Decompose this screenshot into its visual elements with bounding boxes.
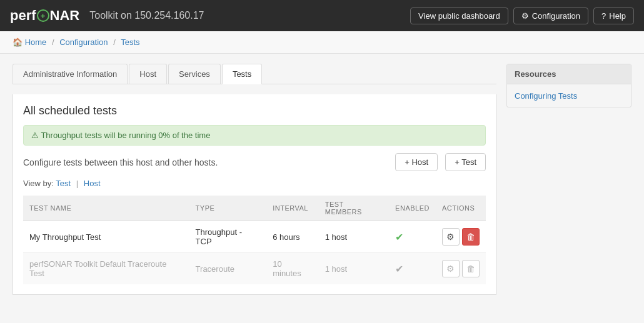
col-members: TEST MEMBERS — [319, 196, 389, 221]
panel-title: All scheduled tests — [23, 104, 486, 117]
row2-name: perfSONAR Toolkit Default Traceroute Tes… — [23, 253, 189, 285]
table-header-row: TEST NAME TYPE INTERVAL TEST MEMBERS ENA… — [23, 196, 486, 221]
row2-delete-button[interactable]: 🗑 — [462, 260, 480, 277]
add-host-button[interactable]: + Host — [395, 153, 438, 171]
row1-settings-button[interactable]: ⚙ — [442, 228, 460, 246]
header-title: Toolkit on 150.254.160.17 — [89, 10, 400, 21]
col-enabled: ENABLED — [389, 196, 436, 221]
tests-panel: All scheduled tests ⚠ Throughput tests w… — [13, 94, 496, 295]
resources-panel: Resources Configuring Tests — [506, 64, 631, 107]
content-area: Administrative Information Host Services… — [13, 64, 496, 295]
sidebar: Resources Configuring Tests — [506, 64, 631, 295]
tabs: Administrative Information Host Services… — [13, 64, 496, 84]
logo-prefix: perf — [10, 7, 36, 24]
logo-suffix: NAR — [50, 7, 80, 24]
col-interval: INTERVAL — [266, 196, 319, 221]
alert-warning: ⚠ Throughput tests will be running 0% of… — [23, 125, 486, 146]
view-by: View by: Test | Host — [23, 179, 486, 188]
row1-enabled: ✔ — [389, 221, 436, 253]
row2-interval: 10 minutes — [266, 253, 319, 285]
row2-members: 1 host — [319, 253, 389, 285]
header: perf + NAR Toolkit on 150.254.160.17 Vie… — [0, 0, 644, 31]
help-button[interactable]: ? Help — [593, 7, 634, 24]
row2-settings-button[interactable]: ⚙ — [442, 260, 460, 277]
col-actions: ACTIONS — [436, 196, 486, 221]
row2-enabled: ✔ — [389, 253, 436, 285]
disabled-check-icon: ✔ — [395, 264, 403, 274]
col-test-name: TEST NAME — [23, 196, 189, 221]
config-text: Configure tests between this host and ot… — [23, 157, 388, 167]
tab-admin-info[interactable]: Administrative Information — [13, 64, 128, 84]
config-row: Configure tests between this host and ot… — [23, 153, 486, 171]
resources-header: Resources — [507, 64, 631, 84]
add-test-button[interactable]: + Test — [445, 153, 486, 171]
view-by-host[interactable]: Host — [84, 179, 101, 188]
help-label: Help — [609, 11, 626, 21]
help-icon: ? — [601, 11, 606, 21]
tab-tests[interactable]: Tests — [222, 64, 262, 84]
tests-table: TEST NAME TYPE INTERVAL TEST MEMBERS ENA… — [23, 196, 486, 284]
configuring-tests-link[interactable]: Configuring Tests — [515, 91, 577, 101]
tab-services[interactable]: Services — [168, 64, 221, 84]
logo-icon: + — [37, 9, 49, 22]
row1-actions: ⚙ 🗑 — [436, 221, 486, 253]
view-by-test[interactable]: Test — [56, 179, 71, 188]
configuration-button[interactable]: ⚙ Configuration — [513, 7, 588, 24]
breadcrumb: 🏠 Home / Configuration / Tests — [0, 31, 644, 54]
table-row: perfSONAR Toolkit Default Traceroute Tes… — [23, 253, 486, 285]
view-by-label: View by: — [23, 179, 54, 188]
breadcrumb-separator-2: / — [113, 37, 116, 47]
header-buttons: View public dashboard ⚙ Configuration ? … — [410, 7, 634, 24]
row1-members: 1 host — [319, 221, 389, 253]
dashboard-button[interactable]: View public dashboard — [410, 7, 508, 24]
row1-interval: 6 hours — [266, 221, 319, 253]
tab-host[interactable]: Host — [129, 64, 167, 84]
row2-actions: ⚙ 🗑 — [436, 253, 486, 285]
main-layout: Administrative Information Host Services… — [0, 54, 644, 305]
row1-name: My Throughput Test — [23, 221, 189, 253]
row1-type: Throughput - TCP — [189, 221, 267, 253]
row2-type: Traceroute — [189, 253, 267, 285]
alert-text: ⚠ Throughput tests will be running 0% of… — [31, 131, 210, 140]
action-buttons-disabled: ⚙ 🗑 — [442, 260, 480, 277]
breadcrumb-config[interactable]: Configuration — [59, 37, 108, 47]
breadcrumb-current[interactable]: Tests — [121, 37, 139, 47]
configuration-label: Configuration — [532, 11, 580, 21]
breadcrumb-home[interactable]: Home — [25, 37, 47, 47]
enabled-check-icon: ✔ — [395, 232, 403, 242]
action-buttons: ⚙ 🗑 — [442, 228, 480, 246]
table-row: My Throughput Test Throughput - TCP 6 ho… — [23, 221, 486, 253]
col-type: TYPE — [189, 196, 267, 221]
breadcrumb-separator-1: / — [52, 37, 54, 47]
logo: perf + NAR — [10, 7, 79, 24]
row1-delete-button[interactable]: 🗑 — [462, 228, 480, 246]
resources-body: Configuring Tests — [507, 84, 631, 107]
view-by-separator: | — [76, 179, 78, 188]
home-icon: 🏠 — [13, 37, 23, 47]
gear-icon: ⚙ — [521, 11, 529, 21]
